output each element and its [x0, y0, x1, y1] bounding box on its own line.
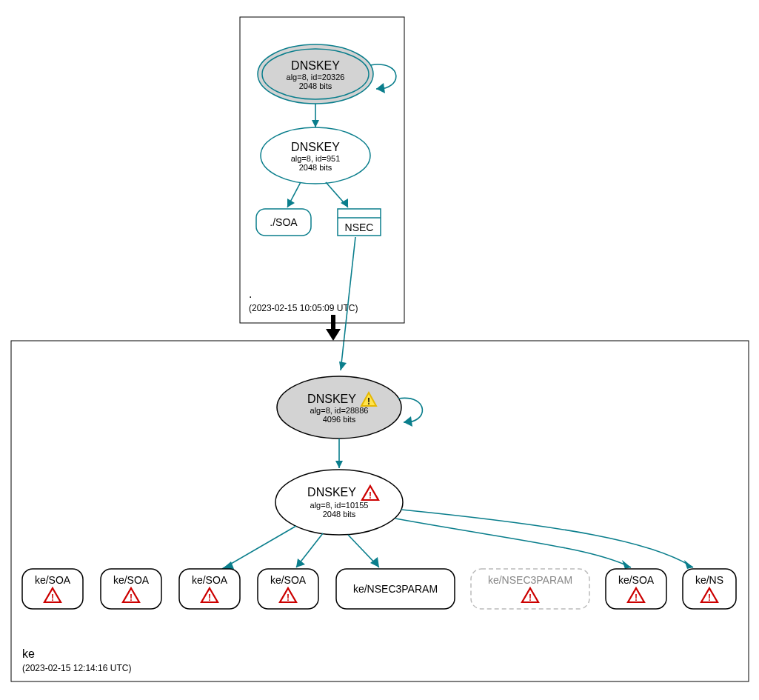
leaf-ke-ns: ke/NS !	[683, 569, 736, 609]
node-ke-ksk: DNSKEY alg=8, id=28886 4096 bits !	[277, 376, 401, 439]
ke-ksk-bits: 4096 bits	[323, 415, 356, 424]
arrow-ke-ksk-zsk	[335, 461, 343, 468]
leaf7-label: ke/SOA	[618, 574, 655, 586]
ke-zsk-title: DNSKEY	[307, 486, 356, 499]
ke-zsk-alg: alg=8, id=10155	[310, 501, 369, 510]
leaf3-label: ke/SOA	[192, 574, 228, 586]
root-ksk-alg: alg=8, id=20326	[287, 73, 345, 81]
svg-text:!: !	[367, 396, 370, 407]
arrow-root-ksk-self	[376, 83, 385, 93]
leaf-ke-soa-1: ke/SOA !	[22, 569, 83, 609]
zone-ke-name: ke	[22, 647, 35, 660]
svg-marker-12	[296, 559, 305, 567]
svg-text:!: !	[708, 593, 711, 603]
node-root-nsec: NSEC	[338, 209, 381, 236]
leaf2-label: ke/SOA	[113, 574, 150, 586]
node-root-zsk: DNSKEY alg=8, id=951 2048 bits	[261, 127, 370, 184]
edge-zsk-l8	[401, 510, 693, 567]
svg-text:!: !	[369, 490, 372, 501]
svg-marker-13	[370, 557, 379, 567]
svg-text:!: !	[635, 593, 638, 603]
root-ksk-title: DNSKEY	[291, 59, 340, 72]
edge-zsk-l3	[222, 526, 296, 569]
svg-text:!: !	[130, 593, 133, 603]
leaf4-label: ke/SOA	[270, 574, 307, 586]
leaf6-label: ke/NSEC3PARAM	[488, 574, 572, 586]
leaf-ke-soa-2: ke/SOA !	[101, 569, 161, 609]
leaf-ke-nsec3param-1: ke/NSEC3PARAM	[336, 569, 455, 609]
root-ksk-bits: 2048 bits	[299, 81, 332, 90]
svg-text:!: !	[529, 593, 532, 603]
leaf-ke-soa-4: ke/SOA !	[258, 569, 318, 609]
zone-ke-ts: (2023-02-15 12:14:16 UTC)	[22, 663, 131, 673]
svg-text:!: !	[51, 593, 54, 603]
zone-root-name: .	[249, 287, 252, 300]
root-zsk-alg: alg=8, id=951	[291, 154, 341, 163]
svg-text:!: !	[287, 593, 290, 603]
leaf1-label: ke/SOA	[35, 574, 71, 586]
edge-zsk-l7	[395, 519, 631, 567]
root-zsk-title: DNSKEY	[291, 141, 340, 153]
arrow-ke-ksk-self	[404, 416, 412, 427]
node-ke-zsk: DNSKEY alg=8, id=10155 2048 bits !	[275, 470, 403, 535]
leaf5-label: ke/NSEC3PARAM	[353, 583, 438, 595]
arrow-root-ksk-zsk	[312, 120, 319, 127]
leaf-ke-soa-3: ke/SOA !	[179, 569, 240, 609]
ke-ksk-alg: alg=8, id=28886	[310, 406, 369, 415]
dnssec-auth-graph: . (2023-02-15 10:05:09 UTC) DNSKEY alg=8…	[0, 0, 759, 700]
ke-ksk-title: DNSKEY	[307, 393, 356, 405]
root-zsk-bits: 2048 bits	[299, 163, 332, 172]
svg-marker-15	[684, 560, 693, 569]
ke-zsk-bits: 2048 bits	[323, 510, 356, 519]
root-soa-label: ./SOA	[270, 216, 298, 228]
node-root-ksk: DNSKEY alg=8, id=20326 2048 bits	[258, 44, 373, 104]
zone-root-ts: (2023-02-15 10:05:09 UTC)	[249, 303, 358, 313]
leaf8-label: ke/NS	[695, 574, 723, 586]
arrow-delegation	[326, 329, 341, 341]
leaf-ke-nsec3param-2: ke/NSEC3PARAM !	[471, 569, 589, 609]
svg-text:!: !	[208, 593, 211, 603]
leaf-ke-soa-5: ke/SOA !	[606, 569, 666, 609]
root-nsec-label: NSEC	[345, 221, 374, 233]
